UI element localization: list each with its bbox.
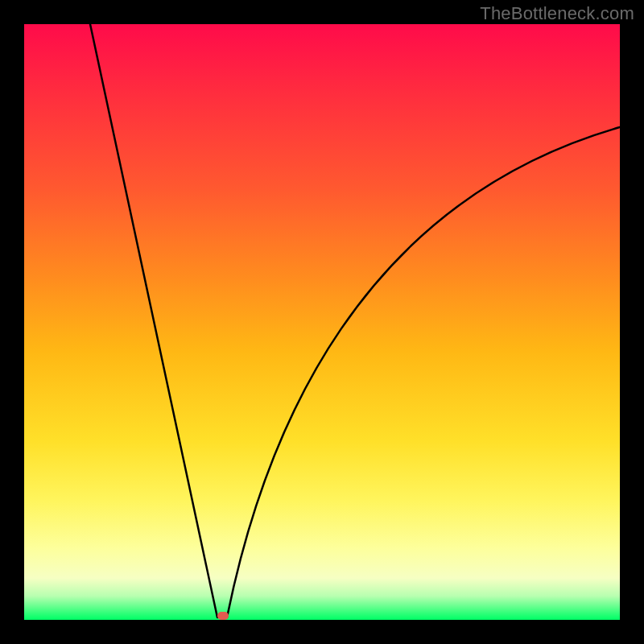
attribution-text: TheBottleneck.com <box>480 3 634 24</box>
chart-frame: TheBottleneck.com <box>0 0 644 644</box>
plot-area <box>24 24 620 620</box>
optimum-marker <box>217 612 229 620</box>
curve-right-branch <box>227 127 620 617</box>
curve-left-branch <box>90 24 217 617</box>
bottleneck-curve <box>24 24 620 620</box>
